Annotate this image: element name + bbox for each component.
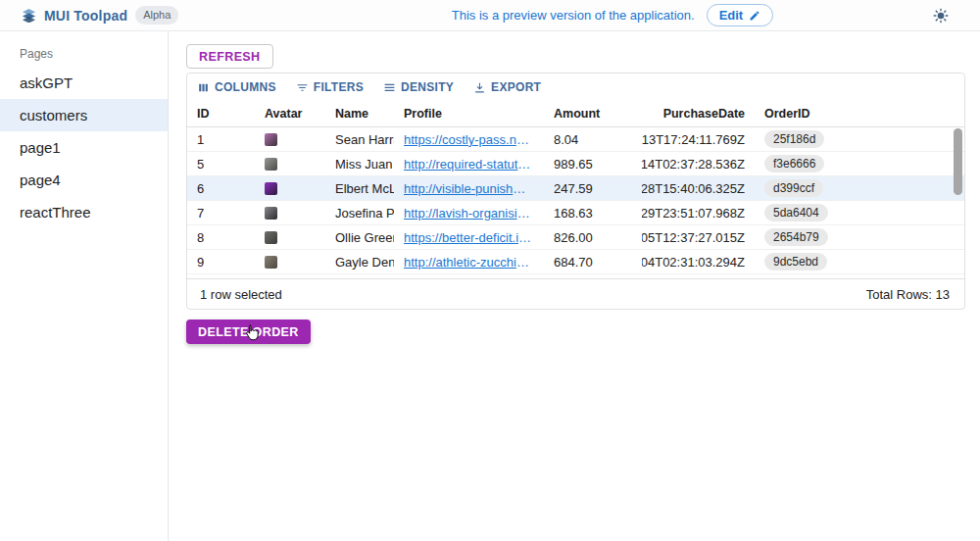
density-button-label: DENSITY [401, 80, 454, 94]
cell-name: Elbert McL… [325, 181, 394, 196]
column-header-avatar[interactable]: Avatar [255, 107, 325, 121]
filters-button-label: FILTERS [314, 80, 364, 94]
cell-purchase-date: 2014-01-14T02:37:28.536Z [642, 157, 755, 172]
sidebar-item-page4[interactable]: page4 [0, 164, 168, 196]
cell-profile: https://costly-pass.name [394, 132, 544, 147]
cell-profile: https://better-deficit.info [394, 230, 544, 245]
cell-id: 9 [187, 255, 255, 270]
cell-profile: http://lavish-organising.name [394, 206, 544, 221]
delete-order-button[interactable]: DELETE ORDER [186, 320, 311, 344]
cell-avatar [255, 256, 325, 269]
columns-button[interactable]: COLUMNS [197, 80, 276, 94]
density-button[interactable]: DENSITY [383, 80, 454, 94]
avatar [265, 158, 277, 171]
order-id-chip: 5da6404 [764, 204, 828, 221]
profile-link[interactable]: http://lavish-organising.name [404, 206, 534, 221]
columns-button-label: COLUMNS [215, 80, 276, 94]
sidebar-section-label: Pages [0, 31, 168, 67]
data-grid: COLUMNS FILTERS DENSITY [186, 73, 965, 310]
cell-amount: 168.63 [544, 206, 642, 221]
column-header-name[interactable]: Name [325, 107, 394, 121]
sidebar-item-page1[interactable]: page1 [0, 131, 168, 164]
avatar [265, 182, 277, 195]
avatar [265, 207, 277, 220]
filter-icon [296, 81, 309, 94]
cell-id: 8 [187, 230, 255, 245]
sidebar-item-customers[interactable]: customers [0, 99, 168, 131]
cell-id: 6 [187, 181, 255, 196]
table-row[interactable]: 5Miss Juan …http://required-statute.org9… [187, 152, 964, 176]
sidebar: Pages askGPTcustomerspage1page4reactThre… [0, 31, 169, 541]
cell-purchase-date: 2045-01-28T15:40:06.325Z [642, 181, 755, 196]
edit-button[interactable]: Edit [707, 4, 774, 26]
cell-amount: 8.04 [544, 132, 642, 147]
sidebar-item-askGPT[interactable]: askGPT [0, 67, 168, 99]
avatar [265, 133, 277, 146]
order-id-chip: d399ccf [764, 179, 823, 197]
table-row[interactable]: 8Ollie Green…https://better-deficit.info… [187, 225, 964, 250]
cell-id: 7 [187, 206, 255, 221]
cell-purchase-date: 2086-09-05T12:37:27.015Z [642, 230, 755, 245]
density-icon [383, 81, 396, 94]
pencil-icon [749, 10, 760, 22]
sidebar-item-reactThree[interactable]: reactThree [0, 196, 168, 228]
vertical-scrollbar[interactable] [954, 128, 962, 195]
cell-profile: http://athletic-zucchini.org [394, 255, 544, 270]
cell-name: Ollie Green… [325, 230, 394, 245]
order-id-chip: 2654b79 [764, 228, 828, 246]
export-button-label: EXPORT [491, 80, 541, 94]
avatar [265, 256, 277, 269]
filters-button[interactable]: FILTERS [296, 80, 364, 94]
cell-id: 1 [187, 132, 255, 147]
cell-order-id: 2654b79 [755, 228, 964, 246]
cell-name: Josefina P… [325, 206, 394, 221]
alpha-badge: Alpha [135, 6, 178, 25]
cell-profile: http://required-statute.org [394, 157, 544, 172]
cell-order-id: f3e6666 [755, 155, 964, 172]
cell-name: Miss Juan … [325, 157, 394, 172]
cell-purchase-date: 2088-05-04T02:31:03.294Z [642, 255, 755, 270]
cell-id: 5 [187, 157, 255, 172]
export-icon [473, 81, 486, 94]
cell-profile: http://visible-punishment.net [394, 181, 544, 196]
table-row[interactable]: 7Josefina P…http://lavish-organising.nam… [187, 201, 964, 225]
grid-footer: 1 row selected Total Rows: 13 [187, 278, 964, 309]
avatar [265, 231, 277, 244]
grid-header-row: ID Avatar Name Profile Amount PurchaseDa… [187, 101, 964, 127]
profile-link[interactable]: https://costly-pass.name [404, 132, 534, 147]
grid-body: 1Sean Harrishttps://costly-pass.name8.04… [187, 127, 964, 278]
view-columns-icon [197, 81, 210, 94]
column-header-purchasedate[interactable]: PurchaseDate [642, 107, 755, 121]
column-header-orderid[interactable]: OrderID [755, 107, 964, 121]
cell-order-id: 25f186d [755, 130, 964, 148]
column-header-profile[interactable]: Profile [394, 107, 544, 121]
grid-toolbar: COLUMNS FILTERS DENSITY [187, 74, 964, 101]
selection-status: 1 row selected [200, 287, 282, 302]
export-button[interactable]: EXPORT [473, 80, 541, 94]
order-id-chip: 25f186d [764, 130, 824, 148]
table-row[interactable]: 6Elbert McL…http://visible-punishment.ne… [187, 176, 964, 201]
theme-toggle-button[interactable] [933, 8, 949, 24]
cell-purchase-date: 2076-03-29T23:51:07.968Z [642, 206, 755, 221]
profile-link[interactable]: https://better-deficit.info [404, 230, 534, 245]
refresh-button[interactable]: REFRESH [186, 44, 273, 69]
column-header-amount[interactable]: Amount [544, 107, 642, 121]
column-header-id[interactable]: ID [187, 107, 255, 121]
sidebar-nav: askGPTcustomerspage1page4reactThree [0, 67, 168, 228]
toolpad-logo-icon [22, 8, 36, 23]
cell-amount: 989.65 [544, 157, 642, 172]
cell-order-id: d399ccf [755, 179, 964, 197]
profile-link[interactable]: http://required-statute.org [404, 157, 534, 172]
total-rows: Total Rows: 13 [866, 287, 950, 302]
profile-link[interactable]: http://visible-punishment.net [404, 181, 534, 196]
table-row[interactable]: 9Gayle Den…http://athletic-zucchini.org6… [187, 250, 964, 274]
cell-amount: 684.70 [544, 255, 642, 270]
profile-link[interactable]: http://athletic-zucchini.org [404, 255, 534, 270]
app-title: MUI Toolpad [44, 8, 127, 24]
preview-message: This is a preview version of the applica… [452, 8, 695, 23]
table-row[interactable]: 1Sean Harrishttps://costly-pass.name8.04… [187, 127, 964, 152]
order-id-chip: 9dc5ebd [764, 253, 827, 270]
cell-amount: 247.59 [544, 181, 642, 196]
main-content: REFRESH COLUMNS FILTERS [169, 31, 980, 541]
sun-icon [933, 8, 949, 24]
